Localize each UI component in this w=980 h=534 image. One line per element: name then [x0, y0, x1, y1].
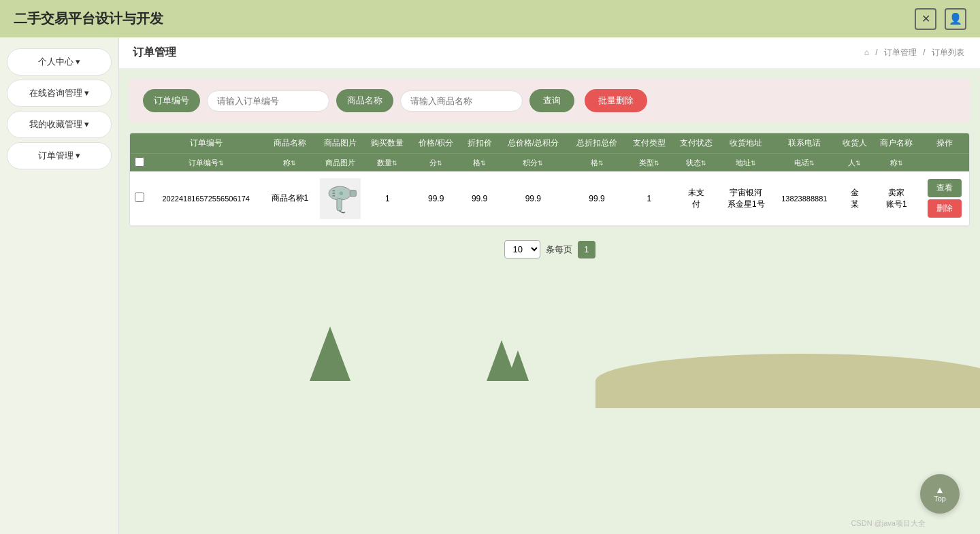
per-page-label: 条每页 — [546, 244, 572, 256]
th2-product-img: 商品图片 — [316, 154, 364, 172]
page-header: 订单管理 ⌂ / 订单管理 / 订单列表 — [119, 37, 980, 69]
select-all-checkbox[interactable] — [135, 157, 144, 167]
product-image — [320, 178, 361, 219]
th-pay-status: 支付状态 — [672, 133, 719, 154]
th-product-img: 商品图片 — [316, 133, 364, 154]
sidebar-item-order-mgmt[interactable]: 订单管理 ▾ — [7, 142, 112, 169]
mountain-1 — [310, 327, 350, 381]
sort-status-icon: ⇅ — [701, 160, 706, 167]
row-price: 99.9 — [411, 171, 461, 226]
svg-rect-1 — [350, 190, 356, 197]
sort-recv-icon: ⇅ — [855, 160, 861, 167]
row-total-discount: 99.9 — [568, 171, 625, 226]
th-order-no: 订单编号 — [148, 133, 263, 154]
order-no-label: 订单编号 — [143, 89, 200, 112]
breadcrumb-level1: 订单管理 — [884, 48, 917, 57]
user-button[interactable]: 👤 — [945, 8, 966, 30]
th2-product-name[interactable]: 称⇅ — [263, 154, 316, 172]
th2-receiver[interactable]: 人⇅ — [836, 154, 872, 172]
top-button[interactable]: ▲ Top — [920, 474, 960, 514]
sort-addr-icon: ⇅ — [751, 160, 756, 167]
th-total-discount: 总折扣总价 — [568, 133, 625, 154]
row-checkbox-cell — [130, 171, 148, 226]
th-checkbox — [130, 133, 148, 154]
sort-qty-icon: ⇅ — [392, 160, 397, 167]
th2-phone[interactable]: 电话⇅ — [772, 154, 836, 172]
row-phone: 13823888881 — [772, 171, 836, 226]
page-number[interactable]: 1 — [578, 241, 595, 258]
th-merchant: 商户名称 — [873, 133, 920, 154]
sidebar-item-personal-center[interactable]: 个人中心 ▾ — [7, 48, 112, 76]
batch-delete-button[interactable]: 批量删除 — [585, 89, 647, 112]
row-product-img — [316, 171, 364, 226]
sort-discount-icon: ⇅ — [480, 160, 486, 167]
top-btn-label: Top — [934, 495, 946, 503]
svg-rect-2 — [337, 199, 342, 211]
table-header-row2: 订单编号⇅ 称⇅ 商品图片 数量⇅ 分⇅ 格⇅ 积分⇅ 格⇅ 类型⇅ 状态⇅ 地… — [130, 154, 969, 172]
th-address: 收货地址 — [720, 133, 773, 154]
row-pay-status: 未支付 — [672, 171, 719, 226]
sort-order-no-icon: ⇅ — [218, 160, 224, 167]
pagination: 10 20 50 条每页 1 — [119, 240, 980, 258]
view-button[interactable]: 查看 — [928, 179, 962, 197]
row-quantity: 1 — [364, 171, 411, 226]
sort-name-icon: ⇅ — [291, 160, 296, 167]
table-header-row1: 订单编号 商品名称 商品图片 购买数量 价格/积分 折扣价 总价格/总积分 总折… — [130, 133, 969, 154]
row-actions: 查看 删除 — [920, 171, 969, 226]
table-body: 202241816572556506174 商品名称1 — [130, 171, 969, 226]
breadcrumb-sep2: / — [923, 48, 925, 57]
delete-button[interactable]: 删除 — [928, 199, 962, 218]
table-row: 202241816572556506174 商品名称1 — [130, 171, 969, 226]
site-title: 二手交易平台设计与开发 — [14, 10, 163, 28]
search-bar: 订单编号 商品名称 查询 批量删除 — [129, 79, 970, 122]
breadcrumb: ⌂ / 订单管理 / 订单列表 — [862, 47, 966, 59]
th-quantity: 购买数量 — [364, 133, 411, 154]
sidebar: 个人中心 ▾ 在线咨询管理 ▾ 我的收藏管理 ▾ 订单管理 ▾ — [0, 37, 119, 534]
th-product-name: 商品名称 — [263, 133, 316, 154]
sidebar-item-consultation[interactable]: 在线咨询管理 ▾ — [7, 80, 112, 107]
th2-pay-type[interactable]: 类型⇅ — [625, 154, 672, 172]
breadcrumb-home: ⌂ — [864, 48, 869, 57]
th2-action — [920, 154, 969, 172]
page-title: 订单管理 — [133, 46, 176, 60]
row-order-no: 202241816572556506174 — [148, 171, 263, 226]
search-button[interactable]: 查询 — [529, 89, 574, 112]
mountain-3 — [507, 350, 529, 381]
row-discount-price: 99.9 — [461, 171, 497, 226]
close-button[interactable]: ✕ — [915, 8, 936, 30]
th2-total[interactable]: 积分⇅ — [498, 154, 568, 172]
th2-price[interactable]: 分⇅ — [411, 154, 461, 172]
per-page-select[interactable]: 10 20 50 — [504, 240, 540, 258]
sort-total-discount-icon: ⇅ — [598, 160, 604, 167]
top-header: 二手交易平台设计与开发 ✕ 👤 — [0, 0, 980, 37]
row-receiver: 金某 — [836, 171, 872, 226]
sidebar-item-favorites[interactable]: 我的收藏管理 ▾ — [7, 111, 112, 138]
th2-total-discount[interactable]: 格⇅ — [568, 154, 625, 172]
sort-price-icon: ⇅ — [437, 160, 442, 167]
sort-merchant-icon: ⇅ — [898, 160, 903, 167]
breadcrumb-level2: 订单列表 — [932, 48, 964, 57]
row-product-name: 商品名称1 — [263, 171, 316, 226]
th2-order-no[interactable]: 订单编号⇅ — [148, 154, 263, 172]
sort-total-icon: ⇅ — [538, 160, 543, 167]
row-address: 宇宙银河系金星1号 — [720, 171, 773, 226]
row-checkbox[interactable] — [135, 193, 144, 202]
th2-merchant[interactable]: 称⇅ — [873, 154, 920, 172]
th2-quantity[interactable]: 数量⇅ — [364, 154, 411, 172]
background-decoration — [119, 272, 980, 408]
sort-phone-icon: ⇅ — [809, 160, 815, 167]
watermark: CSDN @java项目大全 — [851, 518, 926, 529]
row-pay-type: 1 — [625, 171, 672, 226]
th2-pay-status[interactable]: 状态⇅ — [672, 154, 719, 172]
th-pay-type: 支付类型 — [625, 133, 672, 154]
svg-point-6 — [340, 191, 344, 195]
breadcrumb-sep1: / — [875, 48, 877, 57]
product-name-input[interactable] — [400, 90, 523, 112]
row-total-price: 99.9 — [498, 171, 568, 226]
row-merchant: 卖家账号1 — [873, 171, 920, 226]
order-no-input[interactable] — [207, 90, 329, 112]
th2-discount[interactable]: 格⇅ — [461, 154, 497, 172]
th2-address[interactable]: 地址⇅ — [720, 154, 773, 172]
th2-checkbox — [130, 154, 148, 172]
th-discount: 折扣价 — [461, 133, 497, 154]
